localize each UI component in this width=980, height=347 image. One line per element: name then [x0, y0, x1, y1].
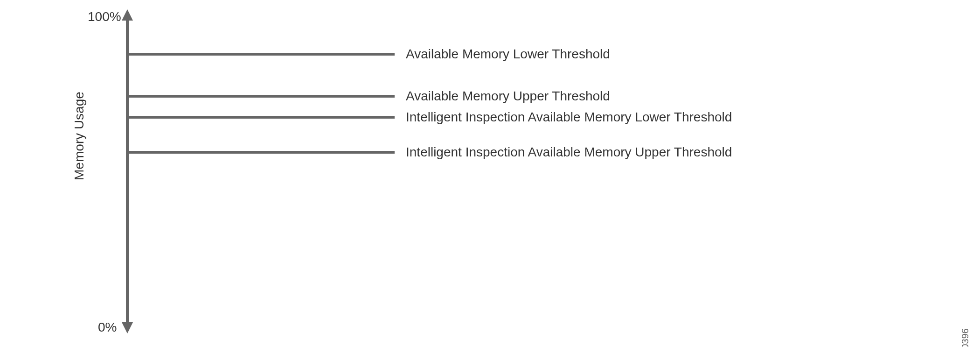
threshold-label-1: Available Memory Lower Threshold: [406, 47, 610, 62]
arrow-down-icon: [122, 322, 133, 333]
threshold-label-3: Intelligent Inspection Available Memory …: [406, 110, 732, 125]
axis-min-label: 0%: [98, 320, 117, 335]
image-id-label: g300396: [960, 328, 971, 347]
threshold-label-4: Intelligent Inspection Available Memory …: [406, 145, 732, 160]
y-axis-line: [126, 16, 129, 325]
memory-threshold-diagram: Memory Usage 100% 0% Available Memory Lo…: [84, 9, 924, 336]
threshold-line-1: [129, 53, 395, 56]
y-axis-label: Memory Usage: [72, 92, 87, 180]
threshold-label-2: Available Memory Upper Threshold: [406, 89, 610, 104]
threshold-line-4: [129, 151, 395, 154]
threshold-line-2: [129, 95, 395, 98]
axis-max-label: 100%: [88, 9, 121, 24]
threshold-line-3: [129, 116, 395, 119]
